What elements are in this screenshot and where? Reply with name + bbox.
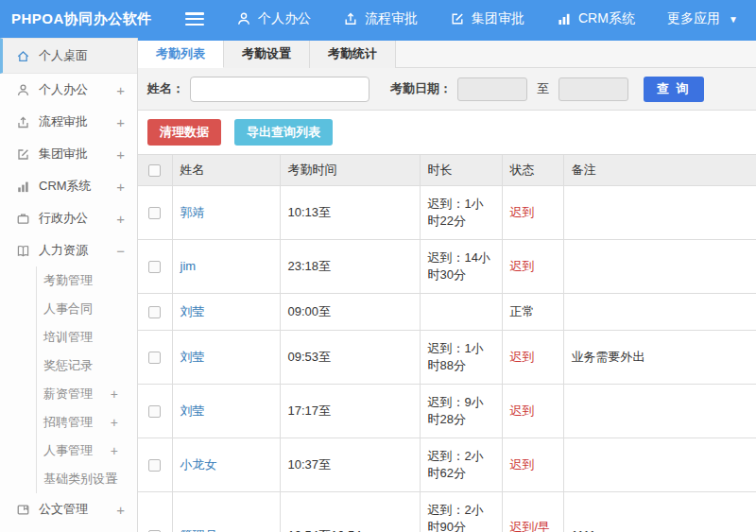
nav-item-crm-system[interactable]: CRM系统 [557,10,635,27]
expander-icon[interactable]: + [111,415,118,430]
sidebar-subitem-personnel-management[interactable]: 人事管理+ [37,437,137,465]
date-to-input[interactable] [558,77,628,101]
expander-icon[interactable]: + [111,443,118,458]
nav-item-personal-office[interactable]: 个人办公 [236,10,311,27]
sidebar-subitem-attendance-management[interactable]: 考勤管理 [37,266,137,295]
sidebar-item-document-management[interactable]: 公文管理+ [0,493,137,525]
sidebar-item-personal-office[interactable]: 个人办公+ [0,74,137,106]
expander-icon[interactable]: + [116,179,125,195]
remark [563,240,756,294]
expander-icon[interactable]: + [116,502,125,518]
sidebar-subitem-salary-management[interactable]: 薪资管理+ [37,380,137,408]
status-badge: 迟到 [510,457,535,472]
expander-icon[interactable]: + [116,114,125,130]
remark [563,186,756,240]
employee-name-link[interactable]: 管理员 [180,528,217,532]
edit-icon [16,147,30,162]
query-button[interactable]: 查 询 [644,77,704,102]
expander-icon[interactable]: − [116,243,125,259]
workflow-icon [16,115,30,129]
sidebar-item-label: 行政办公 [39,210,88,227]
name-input[interactable] [190,77,369,102]
nav-item-more-apps[interactable]: 更多应用▼ [667,10,738,27]
row-checkbox[interactable] [148,405,161,418]
status-badge: 正常 [510,304,535,318]
sidebar-item-group-approval[interactable]: 集团审批+ [0,138,137,170]
duration: 迟到：1小时88分 [420,331,502,385]
row-checkbox[interactable] [148,352,161,364]
expander-icon[interactable]: + [116,146,125,163]
row-checkbox[interactable] [148,306,161,318]
column-header: 时长 [420,155,502,186]
caret-down-icon: ▼ [729,14,738,25]
nav-label: 更多应用 [667,10,720,27]
duration [420,294,502,331]
status: 正常 [502,294,563,331]
status: 迟到 [502,331,563,385]
sidebar-subitem-label: 人事管理 [43,442,93,459]
sidebar-item-human-resources[interactable]: 人力资源− [0,234,137,266]
sidebar-item-label: 人力资源 [39,242,88,259]
tab-attendance-statistics[interactable]: 考勤统计 [310,41,396,68]
column-header: 姓名 [172,155,280,186]
date-from-input[interactable] [457,77,527,101]
employee-name-link[interactable]: 刘莹 [180,304,205,318]
sidebar-item-label: 集团审批 [39,146,88,163]
sidebar-subitem-label: 奖惩记录 [43,357,93,374]
expander-icon[interactable]: + [116,82,125,98]
menu-icon[interactable] [185,12,204,26]
sidebar-item-label: 个人办公 [39,81,88,98]
export-list-button[interactable]: 导出查询列表 [234,119,333,146]
chart-icon [16,180,30,194]
attendance-date-label: 考勤日期： [390,80,452,97]
remark [563,385,756,438]
table-header-row: 姓名考勤时间时长状态备注 [138,155,756,186]
select-all-checkbox[interactable] [148,164,161,177]
attendance-table: 姓名考勤时间时长状态备注 郭靖10:13至迟到：1小时22分迟到jim23:18… [138,154,756,532]
top-bar: PHPOA协同办公软件 个人办公流程审批集团审批CRM系统更多应用▼ [0,0,756,38]
remark: 业务需要外出 [563,331,756,385]
sidebar-item-crm-system[interactable]: CRM系统+ [0,170,137,202]
row-checkbox[interactable] [148,261,161,273]
sidebar: 个人桌面个人办公+流程审批+集团审批+CRM系统+行政办公+人力资源−考勤管理人… [0,38,138,532]
row-checkbox[interactable] [148,207,161,219]
tab-attendance-list[interactable]: 考勤列表 [138,41,224,68]
expander-icon[interactable]: + [111,386,118,402]
nav-item-workflow-approval[interactable]: 流程审批 [343,10,418,27]
employee-name-link[interactable]: 郭靖 [180,205,205,219]
sidebar-subitem-label: 薪资管理 [43,386,93,403]
employee-name-link[interactable]: jim [180,259,197,273]
employee-name-link[interactable]: 刘莹 [180,350,205,364]
sidebar-subitem-recruitment-management[interactable]: 招聘管理+ [37,408,137,437]
attendance-time: 10:54至10:54 [280,492,420,532]
sidebar-subitem-reward-punishment-records[interactable]: 奖惩记录 [37,352,137,380]
clean-data-button[interactable]: 清理数据 [147,119,221,146]
nav-item-group-approval[interactable]: 集团审批 [450,10,524,27]
column-header: 备注 [563,155,756,186]
tab-bar: 考勤列表考勤设置考勤统计 [138,41,756,68]
status-badge: 迟到 [510,350,535,364]
tab-attendance-settings[interactable]: 考勤设置 [224,41,310,68]
attendance-time: 10:37至 [280,438,420,492]
attendance-time: 10:13至 [280,186,420,240]
remark [563,294,756,331]
main-content: 考勤列表考勤设置考勤统计 姓名： 考勤日期： 至 查 询 清理数据 导出查询列表… [138,38,756,532]
sidebar-item-personal-desktop[interactable]: 个人桌面 [0,38,137,74]
sidebar-subitem-base-category-settings[interactable]: 基础类别设置+ [37,465,137,493]
table-row: 管理员10:54至10:54迟到：2小时90分早退：7小时10分迟到/早退111… [138,492,756,532]
chart-icon [557,11,572,26]
sidebar-subitem-personnel-contract[interactable]: 人事合同 [37,295,137,323]
column-header: 状态 [502,155,563,186]
expander-icon[interactable]: + [116,211,125,227]
sidebar-item-vehicle-management[interactable]: 用车管理+ [0,525,137,532]
duration: 迟到：14小时30分 [420,240,502,294]
nav-label: 个人办公 [258,10,311,27]
expander-icon[interactable]: + [111,472,118,487]
sidebar-item-admin-office[interactable]: 行政办公+ [0,202,137,234]
employee-name-link[interactable]: 刘莹 [180,403,205,418]
sidebar-subitem-training-management[interactable]: 培训管理 [37,323,137,352]
row-checkbox[interactable] [148,459,161,472]
status-badge: 迟到 [510,259,535,273]
employee-name-link[interactable]: 小龙女 [180,457,217,472]
sidebar-item-workflow-approval[interactable]: 流程审批+ [0,106,137,138]
